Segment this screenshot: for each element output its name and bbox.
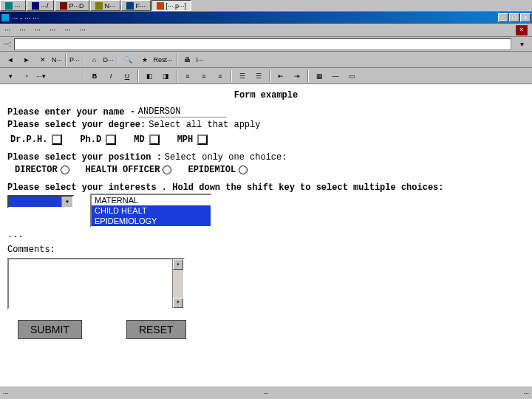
submit-button[interactable]: SUBMIT — [18, 320, 82, 339]
degree-checkbox-group: Dr.P.H. Ph.D MD MPH — [10, 134, 525, 145]
degree-checkbox[interactable] — [106, 134, 116, 145]
position-label: Please select your position : — [7, 152, 162, 163]
scroll-down-icon[interactable]: ▾ — [173, 298, 183, 308]
degree-option-label: MD — [134, 134, 144, 145]
menu-item[interactable]: ··· — [64, 26, 70, 34]
home-icon[interactable]: ⌂ — [87, 53, 102, 66]
toolbar-icon[interactable]: ◨ — [158, 69, 173, 83]
position-radio[interactable] — [61, 166, 69, 174]
menu-item[interactable]: ··· — [35, 26, 41, 34]
status-text: ··· — [263, 389, 269, 397]
list-icon[interactable]: ☰ — [251, 69, 266, 83]
degree-checkbox[interactable] — [149, 134, 160, 145]
os-taskbar: ··· ···/ P···D N··· F··· [···.p···] — [0, 0, 532, 12]
app-icon — [95, 2, 103, 10]
taskbar-item[interactable]: N··· — [90, 0, 120, 11]
bold-icon[interactable]: B — [87, 69, 102, 83]
menu-item[interactable]: ··· — [80, 26, 86, 34]
indent-icon[interactable]: ⇤ — [273, 69, 288, 83]
position-option-label: HEALTH OFFICER — [86, 165, 160, 175]
close-button[interactable]: × — [520, 13, 531, 22]
toolbar-icon[interactable]: ◧ — [142, 69, 157, 83]
degree-checkbox[interactable] — [52, 134, 62, 145]
app-icon — [60, 2, 67, 10]
taskbar-item[interactable]: ···/ — [27, 0, 54, 11]
nav-toolbar: ◄ ► ✕ N··· P··· ⌂ D··· 🔍 ★ Rest··· 🖶 I··… — [0, 52, 532, 68]
menubar: ··· ··· ··· ··· ··· ··· × — [0, 24, 532, 37]
toolbar-icon[interactable]: ▫ — [19, 69, 34, 83]
favorites-icon[interactable]: ★ — [137, 53, 152, 66]
menu-item[interactable]: ··· — [19, 26, 25, 34]
address-bar: ···: ▾ — [0, 37, 532, 52]
menu-item[interactable]: ··· — [50, 26, 55, 34]
outdent-icon[interactable]: ⇥ — [290, 69, 304, 83]
maximize-button[interactable]: □ — [509, 13, 519, 22]
status-text: ··· — [3, 389, 9, 397]
address-label: ···: — [3, 40, 11, 48]
window-titlebar: ··· - ··· ··· _ □ × — [0, 12, 532, 24]
list-item-selected[interactable]: CHILD HEALT — [92, 205, 211, 216]
position-option-label: EPIDEMIOL — [188, 165, 236, 175]
status-bar: ··· ··· ··· — [0, 386, 532, 399]
select-dropdown[interactable]: ▾ — [7, 195, 74, 208]
toolbar-label: N··· — [52, 56, 62, 64]
taskbar-item[interactable]: P···D — [55, 0, 89, 11]
toolbar-label: D··· — [103, 56, 114, 64]
degree-hint: Select all that apply — [149, 120, 260, 130]
interests-listbox[interactable]: MATERNAL CHILD HEALT EPIDEMIOLOGY — [90, 194, 212, 228]
name-input[interactable] — [138, 106, 227, 117]
app-icon — [32, 2, 39, 10]
underline-icon[interactable]: U — [120, 69, 134, 83]
app-icon — [157, 2, 164, 10]
position-hint: Select only one choice: — [165, 152, 287, 163]
select-label: ··· — [7, 232, 24, 242]
search-icon[interactable]: 🔍 — [121, 53, 136, 66]
degree-option-label: Dr.P.H. — [10, 134, 47, 145]
window-title: ··· - ··· ··· — [12, 14, 39, 22]
minimize-button[interactable]: _ — [498, 13, 508, 22]
page-content: Form example Please enter your name - Pl… — [0, 84, 532, 386]
degree-checkbox[interactable] — [197, 134, 208, 145]
font-dropdown[interactable]: ···▾ — [35, 69, 80, 83]
format-toolbar: ▾ ▫ ···▾ B I U ◧ ◨ ≡ ≡ ≡ ☰ ☰ ⇤ ⇥ ▦ — ▭ — [0, 68, 532, 84]
image-icon[interactable]: ▦ — [312, 69, 327, 83]
window-icon — [1, 14, 9, 21]
comments-label: Comments: — [7, 245, 55, 255]
comments-textarea[interactable]: ▴ ▾ — [7, 258, 185, 310]
interests-label: Please select your interests . Hold down… — [7, 183, 444, 193]
scroll-up-icon[interactable]: ▴ — [173, 259, 183, 270]
position-radio[interactable] — [163, 166, 171, 174]
toolbar-label: I··· — [197, 56, 204, 64]
toolbar-label: P··· — [69, 56, 80, 64]
taskbar-item[interactable]: ··· — [0, 0, 26, 11]
forward-button[interactable]: ► — [19, 53, 34, 66]
stop-button[interactable]: ✕ — [35, 53, 50, 66]
list-item[interactable]: MATERNAL — [92, 195, 211, 205]
app-icon — [5, 2, 13, 10]
list-icon[interactable]: ☰ — [235, 69, 250, 83]
address-input[interactable] — [14, 38, 511, 50]
taskbar-item[interactable]: F··· — [121, 0, 151, 11]
toolbar-icon[interactable]: — — [328, 69, 343, 83]
inner-close-button[interactable]: × — [516, 25, 528, 35]
align-center-icon[interactable]: ≡ — [197, 69, 211, 83]
scrollbar[interactable]: ▴ ▾ — [172, 259, 183, 308]
align-left-icon[interactable]: ≡ — [180, 69, 195, 83]
back-button[interactable]: ◄ — [3, 53, 18, 66]
toolbar-icon[interactable]: ▭ — [344, 69, 359, 83]
taskbar-item-active[interactable]: [···.p···] — [151, 0, 192, 11]
degree-option-label: MPH — [177, 134, 194, 145]
dropdown-arrow-icon[interactable]: ▾ — [514, 38, 529, 51]
toolbar-icon[interactable]: ▾ — [3, 69, 18, 83]
position-radio[interactable] — [239, 166, 248, 174]
reset-button[interactable]: RESET — [126, 320, 186, 339]
print-icon[interactable]: 🖶 — [180, 53, 195, 66]
status-text: ··· — [523, 389, 529, 397]
form-title: Form example — [7, 90, 525, 100]
list-item-selected[interactable]: EPIDEMIOLOGY — [92, 216, 211, 226]
italic-icon[interactable]: I — [103, 69, 118, 83]
degree-option-label: Ph.D — [80, 134, 101, 145]
chevron-down-icon[interactable]: ▾ — [61, 197, 72, 207]
menu-item[interactable]: ··· — [4, 26, 10, 34]
align-right-icon[interactable]: ≡ — [213, 69, 228, 83]
